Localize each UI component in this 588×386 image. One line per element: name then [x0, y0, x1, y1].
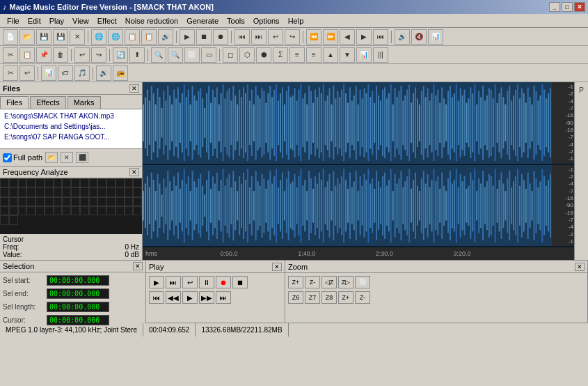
tab-marks[interactable]: Marks: [67, 96, 101, 109]
file-item-3[interactable]: E:\songs\07 SAP RANGA SOOT...: [1, 132, 141, 142]
menu-options[interactable]: Options: [249, 15, 284, 26]
tb2-btn19[interactable]: ≡: [289, 47, 305, 63]
menu-effect[interactable]: Effect: [93, 15, 121, 26]
tb2-btn21[interactable]: ▲: [323, 47, 338, 63]
play-btn-ff[interactable]: ▶▶: [199, 291, 214, 304]
tb-btn7[interactable]: 🌐: [108, 29, 123, 45]
tb-btn22[interactable]: ⏮: [373, 29, 388, 45]
play-btn-play2[interactable]: ▶: [182, 291, 198, 304]
play-btn-pause[interactable]: ⏸: [199, 276, 214, 288]
freq-panel-close[interactable]: ✕: [129, 168, 139, 176]
tb-btn10[interactable]: 🔊: [158, 29, 173, 45]
tb2-btn8[interactable]: 🔄: [113, 47, 128, 63]
tb-btn12[interactable]: ⏹: [196, 29, 212, 45]
zoom-btn7[interactable]: Z7: [305, 291, 320, 304]
tb-btn24[interactable]: 🔇: [411, 29, 427, 45]
bottom-waveform[interactable]: [143, 165, 552, 247]
tb-btn13[interactable]: ⏺: [213, 29, 228, 45]
tb2-btn23[interactable]: 📊: [356, 47, 372, 63]
menu-help[interactable]: Help: [284, 15, 308, 26]
zoom-btn9[interactable]: Z+: [338, 291, 353, 304]
zoom-out-btn[interactable]: Z-: [305, 276, 320, 288]
tb-btn11[interactable]: ▶: [180, 29, 195, 45]
tb-btn23[interactable]: 🔊: [395, 29, 410, 45]
tb-btn17[interactable]: ↪: [285, 29, 300, 45]
menu-noise-reduction[interactable]: Noise reduction: [121, 15, 182, 26]
tb2-select[interactable]: ◻: [223, 47, 238, 63]
tb-close[interactable]: ✕: [70, 29, 85, 45]
menu-view[interactable]: View: [68, 15, 93, 26]
play-btn-loop[interactable]: ↩: [182, 276, 198, 288]
tb2-zoom-out[interactable]: 🔍: [168, 47, 183, 63]
delete-file-btn[interactable]: ✕: [61, 152, 73, 163]
folder-btn[interactable]: 📂: [45, 152, 58, 163]
sel-end-input[interactable]: [47, 288, 109, 299]
selection-close[interactable]: ✕: [133, 262, 143, 270]
close-button[interactable]: ✕: [574, 2, 585, 12]
zoom-close[interactable]: ✕: [575, 263, 585, 271]
file-item-2[interactable]: C:\Documents and Settings\jas...: [1, 121, 141, 132]
play-btn-play[interactable]: ▶: [149, 276, 164, 288]
tb2-btn20[interactable]: ≡: [306, 47, 321, 63]
zoom-in-btn[interactable]: Z+: [288, 276, 303, 288]
zoom-fit[interactable]: ⬜: [355, 276, 370, 288]
sel-length-input[interactable]: [47, 302, 109, 312]
play-btn-next[interactable]: ⏭: [166, 276, 181, 288]
tb3-btn7[interactable]: 📻: [113, 65, 128, 81]
tb-btn6[interactable]: 🌐: [91, 29, 106, 45]
tb-btn9[interactable]: 📋: [141, 29, 157, 45]
tb2-redo[interactable]: ↪: [91, 47, 106, 63]
tb2-btn18[interactable]: Σ: [273, 47, 288, 63]
files-panel-close[interactable]: ✕: [129, 84, 139, 93]
zoom-btn10[interactable]: Z-: [355, 291, 370, 304]
tb2-del[interactable]: 🗑: [53, 47, 68, 63]
zoom-sel-left[interactable]: ◁Z: [321, 276, 337, 288]
sel-start-input[interactable]: [47, 275, 109, 286]
tb2-undo[interactable]: ↩: [74, 47, 90, 63]
properties-btn[interactable]: ⬛: [76, 152, 88, 163]
tb-save[interactable]: 💾: [36, 29, 51, 45]
play-btn-stop[interactable]: ⏹: [232, 276, 248, 288]
tb-btn15[interactable]: ⏭: [251, 29, 267, 45]
top-waveform[interactable]: [143, 82, 552, 164]
tb3-btn1[interactable]: ✂: [3, 65, 18, 81]
tab-effects[interactable]: Effects: [30, 96, 65, 109]
full-path-checkbox[interactable]: [3, 153, 12, 162]
menu-tools[interactable]: Tools: [223, 15, 249, 26]
play-btn-begin[interactable]: ⏮: [149, 291, 164, 304]
menu-edit[interactable]: Edit: [24, 15, 45, 26]
tb2-zoom-fit[interactable]: ⬜: [184, 47, 200, 63]
tb2-btn22[interactable]: ▼: [340, 47, 355, 63]
maximize-button[interactable]: □: [562, 2, 573, 12]
tb3-btn4[interactable]: 🏷: [58, 65, 73, 81]
play-btn-record[interactable]: ⏺: [216, 276, 231, 288]
tb2-btn24[interactable]: |||: [373, 47, 388, 63]
menu-generate[interactable]: Generate: [182, 15, 223, 26]
tb-open[interactable]: 📂: [19, 29, 35, 45]
play-close[interactable]: ✕: [272, 263, 282, 271]
minimize-button[interactable]: _: [549, 2, 560, 12]
tb-btn14[interactable]: ⏮: [235, 29, 250, 45]
tb2-zoom-sel[interactable]: ▭: [201, 47, 216, 63]
tb-btn16[interactable]: ↩: [268, 29, 283, 45]
tb2-btn16[interactable]: ⬡: [239, 47, 255, 63]
menu-play[interactable]: Play: [45, 15, 68, 26]
zoom-btn8[interactable]: Z8: [321, 291, 337, 304]
tb2-btn9[interactable]: ⬆: [129, 47, 145, 63]
tb-btn20[interactable]: ◀: [340, 29, 355, 45]
tb-btn25[interactable]: 📊: [428, 29, 443, 45]
tb-btn19[interactable]: ⏩: [323, 29, 338, 45]
tb-btn21[interactable]: ▶: [356, 29, 372, 45]
play-btn-rewind[interactable]: ◀◀: [166, 291, 181, 304]
tb3-btn5[interactable]: 🎵: [74, 65, 90, 81]
tb2-btn17[interactable]: ⬢: [256, 47, 271, 63]
tb2-copy[interactable]: 📋: [19, 47, 35, 63]
tb3-btn6[interactable]: 🔊: [96, 65, 111, 81]
p-button[interactable]: P: [578, 85, 585, 95]
tb-save2[interactable]: 💾: [53, 29, 68, 45]
tb3-btn3[interactable]: 📊: [41, 65, 56, 81]
tb2-zoom-in[interactable]: 🔍: [151, 47, 166, 63]
zoom-sel-right[interactable]: Z▷: [338, 276, 353, 288]
tb3-btn2[interactable]: ↩: [19, 65, 35, 81]
zoom-btn6[interactable]: Z6: [288, 291, 303, 304]
